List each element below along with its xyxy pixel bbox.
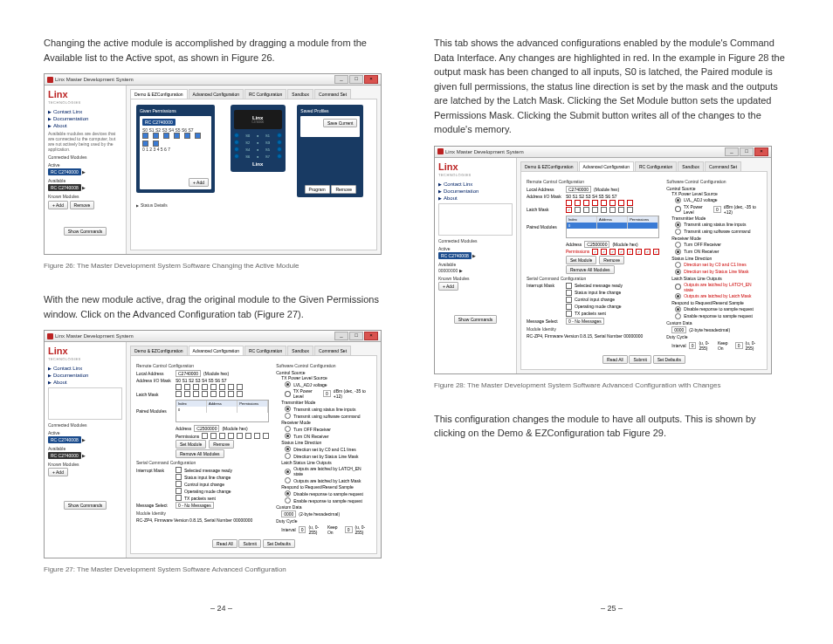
sidebar-link-about[interactable]: About bbox=[48, 380, 122, 385]
perm-checkbox[interactable] bbox=[195, 133, 201, 139]
available-addr[interactable]: 00000000 bbox=[438, 268, 458, 273]
pin-led[interactable] bbox=[234, 147, 239, 152]
sld-radio-changed[interactable] bbox=[675, 262, 681, 268]
maximize-button[interactable]: □ bbox=[349, 75, 363, 84]
submit-button[interactable]: Submit bbox=[629, 355, 651, 364]
remove-profile-button[interactable]: Remove bbox=[331, 185, 356, 194]
perm-module-chip[interactable]: RC C2740000 bbox=[142, 119, 176, 126]
submit-button[interactable]: Submit bbox=[238, 539, 261, 548]
remove-paired-button[interactable]: Remove bbox=[209, 440, 234, 449]
paired-addr-value[interactable]: C2500000 bbox=[194, 425, 219, 432]
remove-paired-button[interactable]: Remove bbox=[599, 256, 624, 264]
custom-data-input[interactable]: 0000 bbox=[281, 510, 296, 517]
rx-radio[interactable] bbox=[285, 433, 291, 439]
perm-checkbox[interactable] bbox=[184, 133, 190, 139]
msg-select-dropdown[interactable]: 0 - No Messages bbox=[176, 502, 214, 509]
row-index[interactable]: 0 bbox=[176, 407, 207, 413]
mask-checkbox[interactable] bbox=[176, 384, 182, 390]
lslo-radio-changed[interactable] bbox=[675, 284, 681, 290]
show-commands-button[interactable]: Show Commands bbox=[64, 227, 107, 236]
tab-advanced[interactable]: Advanced Configuration bbox=[579, 161, 634, 171]
tab-demo[interactable]: Demo & EZConfiguration bbox=[130, 346, 188, 355]
add-perm-button[interactable]: + Add bbox=[189, 178, 209, 187]
play-icon[interactable]: ▶ bbox=[82, 185, 86, 190]
maximize-button[interactable]: □ bbox=[349, 332, 363, 340]
pin-led[interactable] bbox=[234, 154, 239, 159]
interval-input[interactable]: 0 bbox=[299, 526, 306, 533]
minimize-button[interactable]: _ bbox=[725, 147, 739, 156]
sidebar-link-contact[interactable]: Contact Linx bbox=[48, 109, 122, 114]
int-checkbox[interactable] bbox=[176, 467, 182, 473]
module-chip[interactable]: RC C2740008 bbox=[438, 252, 472, 259]
sld-radio[interactable] bbox=[285, 446, 291, 452]
tab-demo[interactable]: Demo & EZConfiguration bbox=[130, 89, 188, 99]
tab-demo[interactable]: Demo & EZConfiguration bbox=[520, 161, 578, 171]
minimize-button[interactable]: _ bbox=[334, 332, 348, 340]
pin-led[interactable] bbox=[277, 140, 282, 145]
pin-led[interactable] bbox=[277, 154, 282, 159]
status-details-toggle[interactable]: Status Details bbox=[136, 202, 371, 208]
perm-checkbox[interactable] bbox=[153, 133, 159, 139]
txpl-radio[interactable] bbox=[285, 391, 290, 397]
module-chip[interactable]: RC C2740008 bbox=[48, 436, 81, 443]
module-chip-active[interactable]: RC C2740000 bbox=[48, 168, 81, 175]
tab-advanced[interactable]: Advanced Configuration bbox=[189, 89, 244, 99]
add-button[interactable]: + Add bbox=[48, 201, 68, 209]
show-commands-button[interactable]: Show Commands bbox=[454, 315, 497, 324]
sidebar-link-docs[interactable]: Documentation bbox=[48, 116, 122, 121]
perm-checkbox[interactable] bbox=[142, 140, 148, 147]
tab-commandset[interactable]: Command Set bbox=[314, 89, 351, 99]
close-button[interactable]: × bbox=[754, 147, 768, 156]
sidebar-link-contact[interactable]: Contact Linx bbox=[48, 366, 122, 371]
mask-checkbox-changed[interactable] bbox=[566, 200, 572, 206]
sidebar-link-about[interactable]: About bbox=[48, 123, 122, 128]
set-module-button[interactable]: Set Module bbox=[176, 440, 206, 449]
txpls-radio[interactable] bbox=[285, 381, 291, 387]
perm-checkbox[interactable] bbox=[174, 133, 180, 139]
tab-sandbox[interactable]: Sandbox bbox=[287, 346, 313, 355]
minimize-button[interactable]: _ bbox=[334, 75, 348, 84]
perm-checkbox[interactable] bbox=[163, 133, 169, 139]
module-chip[interactable]: RC C2740000 bbox=[48, 452, 81, 459]
read-all-button[interactable]: Read All bbox=[602, 355, 628, 364]
lslo-radio-changed[interactable] bbox=[675, 293, 681, 299]
sidebar-link-contact[interactable]: Contact Linx bbox=[438, 182, 513, 187]
add-button[interactable]: + Add bbox=[48, 468, 68, 476]
set-module-button[interactable]: Set Module bbox=[566, 256, 596, 264]
tab-commandset[interactable]: Command Set bbox=[314, 346, 351, 355]
show-commands-button[interactable]: Show Commands bbox=[64, 501, 107, 510]
tab-rc[interactable]: RC Configuration bbox=[635, 161, 677, 171]
tx-radio[interactable] bbox=[285, 413, 291, 419]
sidebar-link-about[interactable]: About bbox=[438, 195, 513, 201]
latch-checkbox-changed[interactable] bbox=[566, 207, 572, 213]
sidebar-link-docs[interactable]: Documentation bbox=[48, 373, 122, 378]
tab-sandbox[interactable]: Sandbox bbox=[287, 89, 313, 99]
perm-checkbox[interactable] bbox=[153, 140, 159, 147]
read-all-button[interactable]: Read All bbox=[212, 539, 238, 548]
sidebar-link-docs[interactable]: Documentation bbox=[438, 188, 513, 194]
tab-advanced[interactable]: Advanced Configuration bbox=[189, 346, 244, 355]
tab-sandbox[interactable]: Sandbox bbox=[678, 161, 704, 171]
txpl-input[interactable]: 0 bbox=[323, 390, 331, 397]
pin-led[interactable] bbox=[234, 133, 239, 138]
paired-row-selected[interactable]: 0 bbox=[567, 223, 658, 229]
set-defaults-button[interactable]: Set Defaults bbox=[653, 355, 685, 364]
close-button[interactable]: × bbox=[364, 75, 378, 84]
rx-radio[interactable] bbox=[285, 426, 291, 432]
perm-checkbox-changed[interactable] bbox=[592, 249, 598, 255]
pin-led[interactable] bbox=[277, 147, 282, 152]
remove-all-button[interactable]: Remove All Modules bbox=[176, 449, 224, 458]
tab-rc[interactable]: RC Configuration bbox=[244, 89, 286, 99]
pin-led[interactable] bbox=[234, 140, 239, 145]
keepon-input[interactable]: 0 bbox=[345, 526, 353, 533]
lslo-radio[interactable] bbox=[285, 477, 291, 483]
rrs-radio[interactable] bbox=[285, 497, 291, 504]
add-button[interactable]: + Add bbox=[438, 282, 458, 291]
rrs-radio[interactable] bbox=[285, 490, 291, 497]
pin-led[interactable] bbox=[277, 133, 282, 138]
perm-checkbox[interactable] bbox=[142, 133, 148, 139]
set-defaults-button[interactable]: Set Defaults bbox=[263, 539, 295, 548]
play-icon[interactable]: ▶ bbox=[82, 169, 86, 175]
maximize-button[interactable]: □ bbox=[740, 147, 754, 156]
sld-radio-changed[interactable] bbox=[675, 269, 681, 275]
